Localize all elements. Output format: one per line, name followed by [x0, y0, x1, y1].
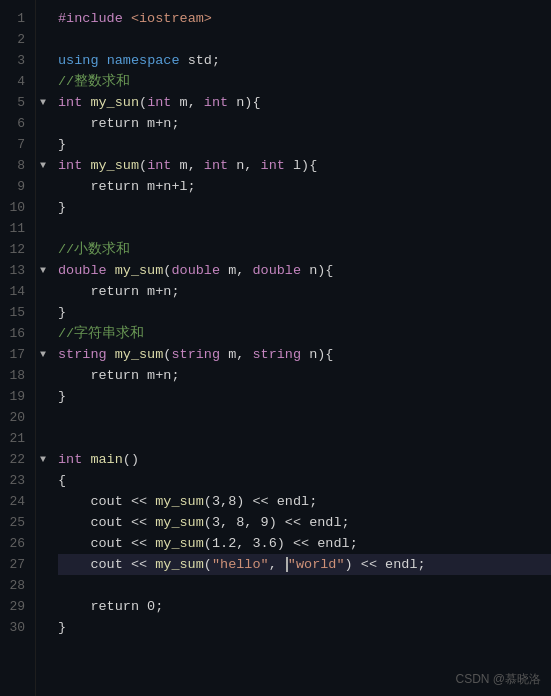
code-line: } — [58, 134, 551, 155]
code-token: my_sum — [90, 158, 139, 173]
code-token: std; — [180, 53, 221, 68]
code-token: cout << — [58, 515, 155, 530]
code-line: cout << my_sum("hello", "world") << endl… — [58, 554, 551, 575]
code-line: int main() — [58, 449, 551, 470]
code-token: using — [58, 53, 99, 68]
code-token: ( — [139, 158, 147, 173]
code-line: //整数求和 — [58, 71, 551, 92]
code-token: return m+n; — [58, 284, 180, 299]
fold-marker — [36, 596, 50, 617]
code-line: } — [58, 386, 551, 407]
line-number: 7 — [6, 134, 25, 155]
fold-marker[interactable]: ▼ — [36, 449, 50, 470]
fold-marker[interactable]: ▼ — [36, 155, 50, 176]
code-token: my_sum — [155, 494, 204, 509]
code-line: return m+n; — [58, 365, 551, 386]
code-token: my_sun — [90, 95, 139, 110]
fold-marker[interactable]: ▼ — [36, 260, 50, 281]
code-token: m, — [171, 158, 203, 173]
code-token: my_sum — [155, 536, 204, 551]
line-numbers: 1234567891011121314151617181920212223242… — [0, 0, 36, 696]
code-line — [58, 29, 551, 50]
code-token: (3, 8, 9) << endl; — [204, 515, 350, 530]
line-number: 4 — [6, 71, 25, 92]
line-number: 9 — [6, 176, 25, 197]
code-token: n, — [228, 158, 260, 173]
code-token: return m+n; — [58, 116, 180, 131]
code-token: ( — [204, 557, 212, 572]
code-token: my_sum — [155, 515, 204, 530]
code-line: return 0; — [58, 596, 551, 617]
code-token: cout << — [58, 494, 155, 509]
code-token: //字符串求和 — [58, 326, 144, 341]
fold-marker — [36, 134, 50, 155]
code-token: return 0; — [58, 599, 163, 614]
fold-marker — [36, 50, 50, 71]
code-token: <iostream> — [131, 11, 212, 26]
code-token: (3,8) << endl; — [204, 494, 317, 509]
line-number: 15 — [6, 302, 25, 323]
code-token: () — [123, 452, 139, 467]
line-number: 27 — [6, 554, 25, 575]
code-line: //小数求和 — [58, 239, 551, 260]
code-line: cout << my_sum(3,8) << endl; — [58, 491, 551, 512]
fold-marker[interactable]: ▼ — [36, 344, 50, 365]
fold-marker — [36, 365, 50, 386]
code-token: //整数求和 — [58, 74, 130, 89]
fold-marker — [36, 407, 50, 428]
line-number: 8 — [6, 155, 25, 176]
code-token: cout << — [58, 557, 155, 572]
code-line: int my_sum(int m, int n, int l){ — [58, 155, 551, 176]
line-number: 2 — [6, 29, 25, 50]
code-token: int — [261, 158, 285, 173]
line-number: 20 — [6, 407, 25, 428]
code-token: "hello" — [212, 557, 269, 572]
code-token: m, — [171, 95, 203, 110]
code-token: } — [58, 620, 66, 635]
code-token — [107, 263, 115, 278]
code-token: main — [90, 452, 122, 467]
code-line: cout << my_sum(3, 8, 9) << endl; — [58, 512, 551, 533]
code-token: m, — [220, 263, 252, 278]
fold-marker — [36, 176, 50, 197]
fold-marker — [36, 281, 50, 302]
code-line: #include <iostream> — [58, 8, 551, 29]
code-line: { — [58, 470, 551, 491]
fold-marker — [36, 554, 50, 575]
code-line: using namespace std; — [58, 50, 551, 71]
code-area: 1234567891011121314151617181920212223242… — [0, 0, 551, 696]
line-number: 16 — [6, 323, 25, 344]
code-token: double — [252, 263, 301, 278]
line-number: 23 — [6, 470, 25, 491]
code-line: string my_sum(string m, string n){ — [58, 344, 551, 365]
code-line: int my_sun(int m, int n){ — [58, 92, 551, 113]
code-token — [99, 53, 107, 68]
line-number: 10 — [6, 197, 25, 218]
line-number: 14 — [6, 281, 25, 302]
code-token: (1.2, 3.6) << endl; — [204, 536, 358, 551]
fold-marker — [36, 512, 50, 533]
code-token: cout << — [58, 536, 155, 551]
line-number: 13 — [6, 260, 25, 281]
code-line — [58, 407, 551, 428]
watermark: CSDN @慕晓洛 — [455, 671, 541, 688]
code-token: my_sum — [115, 263, 164, 278]
line-number: 21 — [6, 428, 25, 449]
code-line: } — [58, 302, 551, 323]
line-number: 26 — [6, 533, 25, 554]
fold-marker[interactable]: ▼ — [36, 92, 50, 113]
fold-marker — [36, 29, 50, 50]
line-number: 19 — [6, 386, 25, 407]
code-token: int — [147, 158, 171, 173]
code-token: int — [204, 158, 228, 173]
line-number: 11 — [6, 218, 25, 239]
code-token: return m+n+l; — [58, 179, 196, 194]
code-line — [58, 428, 551, 449]
code-token: "world" — [288, 557, 345, 572]
fold-marker — [36, 470, 50, 491]
code-line: return m+n; — [58, 281, 551, 302]
line-number: 6 — [6, 113, 25, 134]
code-token: int — [204, 95, 228, 110]
line-number: 22 — [6, 449, 25, 470]
code-token: string — [171, 347, 220, 362]
